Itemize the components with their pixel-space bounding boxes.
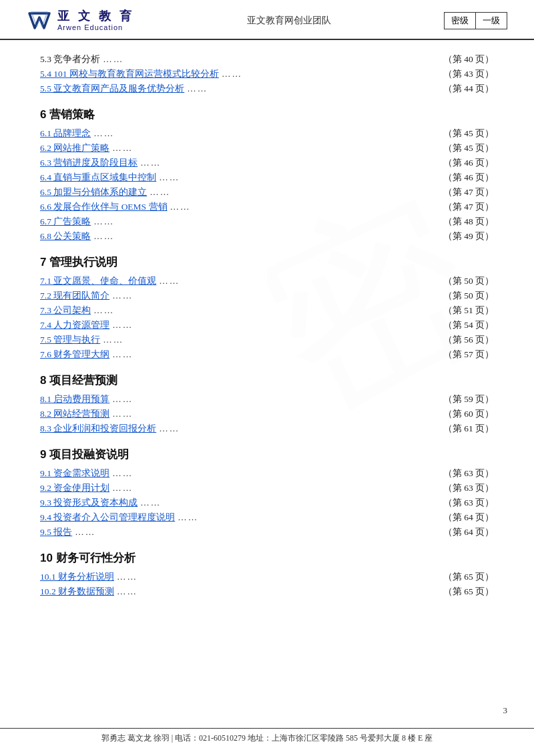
toc-dots: ……	[109, 291, 443, 301]
toc-item: 6.7 广告策略……（第 48 页）	[40, 216, 494, 228]
toc-page: （第 46 页）	[443, 157, 494, 169]
toc-dots: ……	[109, 394, 443, 405]
toc-link[interactable]: 9.1 资金需求说明	[40, 467, 109, 480]
toc-section-s53: 5.3 竞争者分析……（第 40 页）5.4 101 网校与教育教育网运营模式比…	[40, 53, 494, 95]
header: 亚 文 教 育 Arwen Education 亚文教育网创业团队 密级 一级	[0, 0, 534, 40]
page-number: 3	[503, 705, 508, 716]
toc-item: 7.6 财务管理大纲……（第 57 页）	[40, 349, 494, 361]
toc-item: 5.3 竞争者分析……（第 40 页）	[40, 53, 494, 65]
toc-page: （第 60 页）	[443, 408, 494, 420]
header-center-text: 亚文教育网创业团队	[247, 15, 331, 27]
toc-page: （第 44 页）	[443, 83, 494, 95]
badge-level: 一级	[475, 12, 507, 29]
toc-page: （第 63 页）	[443, 467, 494, 480]
toc-dots: ……	[168, 202, 443, 212]
toc-page: （第 65 页）	[443, 586, 494, 598]
toc-page: （第 63 页）	[443, 497, 494, 509]
toc-dots: ……	[138, 158, 443, 168]
toc-page: （第 50 页）	[443, 275, 494, 287]
toc-dots: ……	[109, 483, 443, 494]
toc-dots: ……	[156, 172, 443, 183]
logo-area: 亚 文 教 育 Arwen Education	[27, 8, 134, 33]
section-heading-s8: 8 项目经营预测	[40, 373, 494, 388]
toc-dots: ……	[100, 335, 443, 345]
toc-link[interactable]: 7.5 管理与执行	[40, 334, 100, 346]
toc-page: （第 65 页）	[443, 571, 494, 583]
toc-page: （第 56 页）	[443, 334, 494, 346]
toc-dots: ……	[175, 512, 443, 523]
toc-dots: ……	[109, 349, 443, 360]
toc-item: 6.8 公关策略……（第 49 页）	[40, 230, 494, 242]
toc-link[interactable]: 8.1 启动费用预算	[40, 393, 109, 405]
toc-link[interactable]: 5.4 101 网校与教育教育网运营模式比较分析	[40, 68, 219, 80]
toc-dots: ……	[147, 187, 443, 198]
toc-dots: ……	[109, 409, 443, 419]
toc-page: （第 49 页）	[443, 230, 494, 242]
toc-link[interactable]: 9.2 资金使用计划	[40, 482, 109, 494]
toc-link[interactable]: 6.6 发展合作伙伴与 OEMS 营销	[40, 201, 168, 213]
logo-icon	[27, 8, 52, 33]
toc-dots: ……	[156, 276, 443, 287]
toc-dots: ……	[72, 527, 443, 538]
toc-link[interactable]: 7.1 亚文愿景、使命、价值观	[40, 275, 156, 287]
toc-item: 7.4 人力资源管理……（第 54 页）	[40, 319, 494, 331]
toc-item: 7.3 公司架构……（第 51 页）	[40, 305, 494, 317]
toc-page: （第 45 页）	[443, 128, 494, 140]
toc-page: （第 45 页）	[443, 142, 494, 154]
toc-item: 6.3 营销进度及阶段目标……（第 46 页）	[40, 157, 494, 169]
toc-link[interactable]: 6.8 公关策略	[40, 230, 91, 242]
toc-item: 10.2 财务数据预测……（第 65 页）	[40, 586, 494, 598]
toc-page: （第 51 页）	[443, 305, 494, 317]
toc-item: 9.1 资金需求说明……（第 63 页）	[40, 467, 494, 480]
toc-item: 8.1 启动费用预算……（第 59 页）	[40, 393, 494, 405]
toc-dots: ……	[138, 498, 443, 508]
toc-item: 6.6 发展合作伙伴与 OEMS 营销……（第 47 页）	[40, 201, 494, 213]
toc-link[interactable]: 7.2 现有团队简介	[40, 290, 109, 302]
toc-link[interactable]: 6.4 直销与重点区域集中控制	[40, 172, 156, 184]
toc-dots: ……	[91, 216, 443, 227]
toc-item: 6.2 网站推广策略……（第 45 页）	[40, 142, 494, 154]
toc-link[interactable]: 9.5 报告	[40, 526, 72, 538]
toc-dots: ……	[109, 320, 443, 331]
toc-dots: ……	[91, 305, 443, 316]
section-heading-s10: 10 财务可行性分析	[40, 550, 494, 566]
toc-link[interactable]: 9.3 投资形式及资本构成	[40, 497, 138, 509]
logo-text-area: 亚 文 教 育 Arwen Education	[57, 9, 134, 33]
toc-link: 5.3 竞争者分析	[40, 53, 100, 65]
toc-link[interactable]: 9.4 投资者介入公司管理程度说明	[40, 512, 175, 524]
toc-section-s9: 9 项目投融资说明9.1 资金需求说明……（第 63 页）9.2 资金使用计划……	[40, 447, 494, 538]
toc-item: 6.5 加盟与分销体系的建立……（第 47 页）	[40, 186, 494, 198]
toc-content: 5.3 竞争者分析……（第 40 页）5.4 101 网校与教育教育网运营模式比…	[0, 40, 534, 623]
toc-link[interactable]: 6.2 网站推广策略	[40, 142, 109, 154]
toc-link[interactable]: 7.6 财务管理大纲	[40, 349, 109, 361]
toc-dots: ……	[184, 83, 443, 94]
toc-link[interactable]: 7.4 人力资源管理	[40, 319, 109, 331]
toc-item: 9.4 投资者介入公司管理程度说明……（第 64 页）	[40, 512, 494, 524]
toc-page: （第 50 页）	[443, 290, 494, 302]
toc-link[interactable]: 10.1 财务分析说明	[40, 571, 114, 583]
toc-item: 9.2 资金使用计划……（第 63 页）	[40, 482, 494, 494]
toc-link[interactable]: 6.5 加盟与分销体系的建立	[40, 186, 147, 198]
toc-dots: ……	[109, 468, 443, 479]
toc-page: （第 46 页）	[443, 172, 494, 184]
page: 密 亚 文 教 育 Arwen Education 亚文教育网创业团队 密级 一…	[0, 0, 534, 756]
toc-page: （第 40 页）	[443, 53, 494, 65]
footer: 郭勇志 葛文龙 徐羽 | 电话：021-60510279 地址：上海市徐汇区零陵…	[0, 728, 534, 744]
toc-page: （第 47 页）	[443, 201, 494, 213]
toc-link[interactable]: 6.3 营销进度及阶段目标	[40, 157, 138, 169]
toc-link[interactable]: 7.3 公司架构	[40, 305, 91, 317]
toc-item: 5.4 101 网校与教育教育网运营模式比较分析……（第 43 页）	[40, 68, 494, 80]
toc-link[interactable]: 6.1 品牌理念	[40, 128, 91, 140]
toc-link[interactable]: 6.7 广告策略	[40, 216, 91, 228]
header-badges: 密级 一级	[444, 12, 507, 29]
toc-link[interactable]: 5.5 亚文教育网产品及服务优势分析	[40, 83, 184, 95]
section-heading-s6: 6 营销策略	[40, 107, 494, 122]
toc-link[interactable]: 10.2 财务数据预测	[40, 586, 114, 598]
toc-section-s7: 7 管理执行说明7.1 亚文愿景、使命、价值观……（第 50 页）7.2 现有团…	[40, 254, 494, 361]
toc-page: （第 61 页）	[443, 423, 494, 435]
toc-link[interactable]: 8.2 网站经营预测	[40, 408, 109, 420]
toc-link[interactable]: 8.3 企业利润和投资回报分析	[40, 423, 156, 435]
toc-dots: ……	[114, 572, 443, 582]
section-heading-s7: 7 管理执行说明	[40, 254, 494, 270]
footer-text: 郭勇志 葛文龙 徐羽 | 电话：021-60510279 地址：上海市徐汇区零陵…	[101, 733, 433, 743]
